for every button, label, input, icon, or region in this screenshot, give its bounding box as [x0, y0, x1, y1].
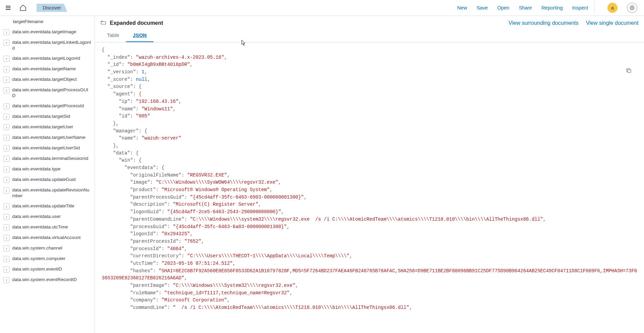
field-item[interactable]: tdata.win.eventdata.updateGuid [1, 174, 93, 185]
field-item[interactable]: tdata.win.eventdata.terminalSessionId [1, 153, 93, 164]
field-item[interactable]: tdata.win.eventdata.targetLogonId [1, 53, 93, 64]
field-item[interactable]: tdata.win.eventdata.targetUser [1, 122, 93, 132]
field-type-badge: t [3, 77, 9, 83]
field-item[interactable]: tdata.win.eventdata.targetProcessId [1, 101, 93, 111]
field-item[interactable]: tdata.win.eventdata.user [1, 211, 93, 222]
field-name-label: targetFilename [13, 19, 43, 25]
field-name-label: data.win.eventdata.updateTitle [12, 203, 74, 209]
app-header: Discover New Save Open Share Reporting I… [0, 0, 644, 16]
field-name-label: data.win.eventdata.targetObject [12, 76, 77, 82]
field-item[interactable]: tdata.win.eventdata.type [1, 164, 93, 174]
json-line: "parentImage": "C:\\\\Windows\\\\System3… [102, 282, 637, 290]
field-type-badge: t [3, 214, 9, 220]
json-line: "_source": { [102, 83, 637, 91]
json-line: "utcTime": "2023-05-16 07:51:24.512", [102, 260, 637, 267]
field-item[interactable]: tdata.win.eventdata.targetProcessGUID [1, 85, 93, 101]
field-item[interactable]: tdata.win.system.eventID [1, 264, 93, 275]
field-type-badge: t [3, 87, 9, 93]
document-title-group: Expanded document [100, 19, 163, 27]
field-type-badge: t [3, 103, 9, 109]
hamburger-menu-button[interactable] [3, 2, 14, 13]
json-line: "name": "Windows11", [102, 106, 637, 113]
field-item[interactable]: tdata.win.eventdata.targetImage [1, 27, 93, 37]
field-item[interactable]: tdata.win.eventdata.targetName [1, 64, 93, 74]
field-type-badge: t [3, 29, 9, 35]
json-line: "manager": { [102, 128, 637, 135]
json-line: "parentProcessId": "7652", [102, 238, 637, 245]
new-link[interactable]: New [457, 5, 467, 11]
field-item[interactable]: tdata.win.eventdata.targetSid [1, 111, 93, 122]
json-line: "ruleName": "technique_id=T1117,techniqu… [102, 290, 637, 297]
field-item[interactable]: tdata.win.system.computer [1, 254, 93, 264]
json-line: "parentCommandLine": "C:\\\\Windows\\\\s… [102, 216, 637, 223]
field-name-label: data.win.system.computer [12, 256, 65, 262]
json-line: { [102, 47, 637, 54]
json-line: "hashes": "SHA1=8E2C6B7F92A560E0E856F853… [102, 267, 637, 282]
field-item[interactable]: tdata.win.eventdata.utcTime [1, 222, 93, 233]
tab-table[interactable]: Table [100, 29, 126, 42]
field-item[interactable]: tdata.win.eventdata.targetLinkedLogonId [1, 37, 93, 53]
field-item[interactable]: tdata.win.eventdata.targetUserName [1, 132, 93, 143]
svg-point-0 [630, 6, 634, 10]
fields-sidebar[interactable]: targetFilenametdata.win.eventdata.target… [0, 16, 95, 333]
json-line: "eventdata": { [102, 164, 637, 172]
json-line: "description": "Microsoft(C) Register Se… [102, 201, 637, 208]
field-type-badge: t [3, 177, 9, 183]
json-line: "name": "wazuh-server" [102, 135, 637, 142]
field-type-badge: t [3, 187, 9, 193]
field-name-label: data.win.eventdata.targetUser [12, 124, 73, 130]
field-type-badge: t [3, 203, 9, 209]
document-header-links: View surrounding documents View single d… [509, 20, 639, 26]
document-header: Expanded document View surrounding docum… [95, 16, 644, 29]
field-item[interactable]: tdata.win.system.eventRecordID [1, 275, 93, 285]
tab-json[interactable]: JSON [126, 29, 154, 42]
json-line: "logonGuid": "{45cd4aff-2ce5-6463-2543-2… [102, 208, 637, 216]
field-type-badge: t [3, 166, 9, 172]
share-link[interactable]: Share [519, 5, 532, 11]
document-title: Expanded document [110, 20, 163, 26]
avatar[interactable]: a [607, 3, 618, 13]
json-line: "parentProcessGuid": "{45cd4aff-35fc-646… [102, 194, 637, 201]
field-type-badge: t [3, 135, 9, 141]
field-name-label: data.win.eventdata.utcTime [12, 224, 68, 230]
field-item[interactable]: targetFilename [1, 17, 93, 27]
home-button[interactable] [16, 1, 30, 15]
field-item[interactable]: tdata.win.eventdata.targetUserSid [1, 143, 93, 153]
field-name-label: data.win.eventdata.targetProcessGUID [12, 87, 91, 99]
view-single-link[interactable]: View single document [586, 20, 639, 26]
field-type-badge: t [3, 66, 9, 72]
json-line: }, [102, 142, 637, 150]
header-left-group: Discover [3, 1, 67, 15]
field-name-label: data.win.system.channel [12, 245, 62, 251]
field-type-badge: t [3, 235, 9, 241]
field-name-label: data.win.eventdata.updateRevisionNumber [12, 187, 91, 199]
field-item[interactable]: tdata.win.eventdata.targetObject [1, 74, 93, 85]
main-area: targetFilenametdata.win.eventdata.target… [0, 16, 644, 333]
svg-point-1 [631, 7, 633, 8]
reporting-link[interactable]: Reporting [541, 5, 563, 11]
field-name-label: data.win.eventdata.virtualAccount [12, 235, 81, 241]
save-link[interactable]: Save [477, 5, 488, 11]
view-surrounding-link[interactable]: View surrounding documents [509, 20, 579, 26]
field-item[interactable]: tdata.win.eventdata.updateTitle [1, 201, 93, 211]
folder-open-icon [100, 19, 106, 27]
breadcrumb[interactable]: Discover [37, 4, 67, 12]
field-name-label: data.win.system.eventID [12, 266, 62, 272]
open-link[interactable]: Open [497, 5, 509, 11]
content-area: Expanded document View surrounding docum… [95, 16, 644, 333]
json-line: "product": "Microsoft® Windows® Operatin… [102, 186, 637, 194]
json-line: "win": { [102, 157, 637, 164]
json-view[interactable]: { "_index": "wazuh-archives-4.x-2023.05.… [95, 42, 644, 333]
field-name-label: data.win.eventdata.type [12, 166, 61, 172]
field-item[interactable]: tdata.win.eventdata.virtualAccount [1, 233, 93, 243]
field-item[interactable]: tdata.win.system.channel [1, 243, 93, 254]
help-icon[interactable] [627, 3, 637, 13]
field-item[interactable]: tdata.win.eventdata.updateRevisionNumber [1, 185, 93, 201]
json-line: "processGuid": "{45cd4aff-35fc-6463-6a03… [102, 223, 637, 231]
field-type-badge: t [3, 145, 9, 151]
json-line: "id": "005" [102, 113, 637, 120]
field-name-label: data.win.system.eventRecordID [12, 277, 77, 283]
json-line: "_id": "b0mKI4gB9xBBt40i8pDR", [102, 61, 637, 69]
inspect-link[interactable]: Inspect [572, 5, 588, 11]
field-type-badge: t [3, 245, 9, 252]
